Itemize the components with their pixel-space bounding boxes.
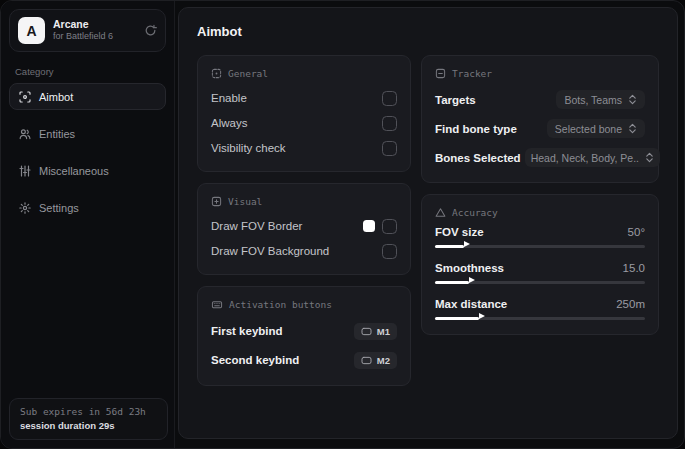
crosshair-icon: [19, 91, 31, 103]
brand-card: A Arcane for Battlefield 6: [9, 9, 166, 52]
slider-row: FOV size 50°: [435, 226, 645, 250]
setting-label: Max distance: [435, 298, 507, 310]
setting-row: First keybind M1: [211, 318, 397, 344]
setting-label: Second keybind: [211, 354, 299, 366]
category-label: Category: [15, 66, 160, 77]
visual-card-title: Visual: [228, 196, 262, 207]
bones-selected-dropdown[interactable]: Head, Neck, Body, Pe..: [525, 148, 660, 167]
app-subtitle: for Battlefield 6: [53, 31, 136, 42]
refresh-icon[interactable]: [144, 24, 157, 37]
always-checkbox[interactable]: [382, 116, 397, 131]
tracker-card: Tracker Targets Bots, Teams: [421, 55, 659, 183]
sidebar: A Arcane for Battlefield 6 Category: [1, 1, 175, 448]
sliders-icon: [19, 165, 31, 177]
setting-row: Visibility check: [211, 137, 397, 159]
find-bone-type-dropdown[interactable]: Selected bone: [547, 119, 645, 138]
session-duration-text: session duration 29s: [20, 420, 157, 431]
gear-icon: [19, 202, 31, 214]
targets-dropdown[interactable]: Bots, Teams: [556, 90, 645, 109]
sub-expires-text: Sub expires in 56d 23h: [20, 406, 157, 417]
chevrons-up-down-icon: [645, 152, 654, 163]
setting-row: Always: [211, 112, 397, 134]
setting-label: Bones Selected: [435, 152, 521, 164]
sidebar-item-label: Aimbot: [39, 91, 73, 103]
sidebar-item-label: Settings: [39, 202, 79, 214]
setting-label: Find bone type: [435, 123, 517, 135]
box-minus-icon: [435, 68, 446, 79]
fov-border-color-swatch[interactable]: [363, 220, 375, 232]
setting-label: Targets: [435, 94, 476, 106]
sidebar-item-settings[interactable]: Settings: [9, 194, 166, 221]
keybind-value: M2: [377, 355, 390, 366]
slider-thumb[interactable]: [479, 313, 485, 319]
setting-label: FOV size: [435, 226, 484, 238]
chevrons-up-down-icon: [628, 94, 637, 105]
visual-card: Visual Draw FOV Border Draw FOV Backgrou…: [197, 183, 411, 275]
subscription-card: Sub expires in 56d 23h session duration …: [9, 398, 168, 440]
setting-label: Enable: [211, 92, 247, 104]
slider-value: 50°: [628, 226, 645, 238]
enable-checkbox[interactable]: [382, 91, 397, 106]
smoothness-slider[interactable]: [435, 278, 645, 286]
main-panel: Aimbot General Enable: [178, 7, 678, 439]
app-name: Arcane: [53, 18, 136, 31]
sidebar-item-label: Entities: [39, 128, 75, 140]
activation-card-title: Activation buttons: [229, 299, 332, 310]
mouse-key-icon: [361, 356, 372, 365]
setting-row: Bones Selected Head, Neck, Body, Pe..: [435, 145, 645, 170]
general-card: General Enable Always Visibility check: [197, 55, 411, 172]
activation-card-header: Activation buttons: [211, 299, 397, 310]
dropdown-value: Head, Neck, Body, Pe..: [531, 152, 639, 164]
setting-label: Draw FOV Background: [211, 245, 329, 257]
setting-row: Find bone type Selected bone: [435, 116, 645, 141]
chevrons-up-down-icon: [628, 123, 637, 134]
slider-thumb[interactable]: [464, 241, 470, 247]
visibility-check-checkbox[interactable]: [382, 141, 397, 156]
setting-label: Draw FOV Border: [211, 220, 302, 232]
setting-row: Second keybind M2: [211, 347, 397, 373]
sidebar-item-label: Miscellaneous: [39, 165, 109, 177]
draw-fov-background-checkbox[interactable]: [382, 244, 397, 259]
fov-size-slider[interactable]: [435, 242, 645, 250]
page-title: Aimbot: [197, 24, 659, 39]
left-column: General Enable Always Visibility check: [197, 55, 411, 386]
mouse-key-icon: [361, 327, 372, 336]
second-keybind-button[interactable]: M2: [354, 352, 397, 369]
slider-fill: [435, 281, 469, 284]
app-logo: A: [18, 17, 45, 44]
setting-label: First keybind: [211, 325, 283, 337]
focus-square-icon: [211, 68, 222, 79]
sidebar-item-aimbot[interactable]: Aimbot: [9, 83, 166, 110]
draw-fov-border-checkbox[interactable]: [382, 219, 397, 234]
general-card-header: General: [211, 68, 397, 79]
slider-fill: [435, 317, 479, 320]
slider-row: Max distance 250m: [435, 298, 645, 322]
setting-row: Enable: [211, 87, 397, 109]
sidebar-nav: Aimbot Entities: [1, 83, 174, 221]
visual-card-header: Visual: [211, 196, 397, 207]
sidebar-item-miscellaneous[interactable]: Miscellaneous: [9, 157, 166, 184]
setting-label: Visibility check: [211, 142, 286, 154]
slider-value: 15.0: [623, 262, 645, 274]
users-icon: [19, 128, 31, 140]
tracker-card-title: Tracker: [452, 68, 492, 79]
tracker-card-header: Tracker: [435, 68, 645, 79]
setting-row: Draw FOV Border: [211, 215, 397, 237]
app-window: A Arcane for Battlefield 6 Category: [0, 0, 685, 449]
setting-label: Always: [211, 117, 247, 129]
keybind-value: M1: [377, 326, 390, 337]
frame-icon: [211, 196, 222, 207]
setting-label: Smoothness: [435, 262, 504, 274]
first-keybind-button[interactable]: M1: [354, 323, 397, 340]
dropdown-value: Selected bone: [555, 123, 622, 135]
accuracy-card-header: Accuracy: [435, 207, 645, 218]
right-column: Tracker Targets Bots, Teams: [421, 55, 659, 335]
slider-thumb[interactable]: [469, 277, 475, 283]
setting-row: Draw FOV Background: [211, 240, 397, 262]
sidebar-item-entities[interactable]: Entities: [9, 120, 166, 147]
max-distance-slider[interactable]: [435, 314, 645, 322]
setting-row: Targets Bots, Teams: [435, 87, 645, 112]
slider-value: 250m: [616, 298, 645, 310]
dropdown-value: Bots, Teams: [564, 94, 622, 106]
triangle-icon: [435, 207, 446, 218]
